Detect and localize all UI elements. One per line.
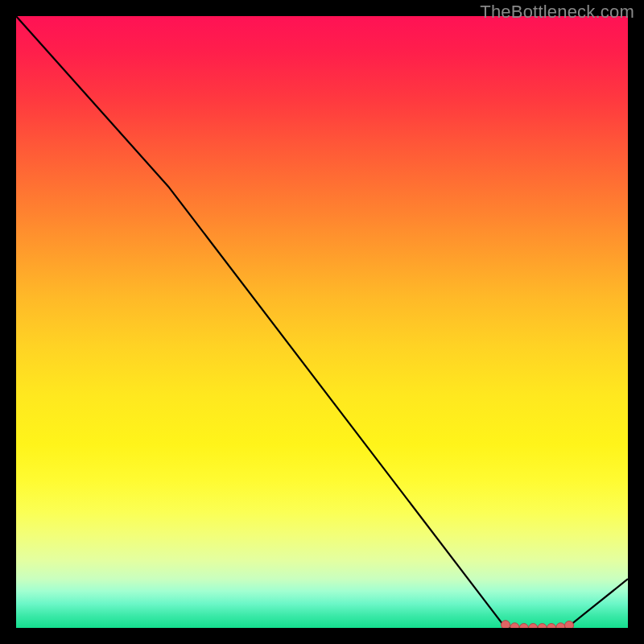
marker-point	[565, 621, 574, 628]
marker-point	[556, 623, 565, 628]
marker-point	[529, 624, 538, 629]
plot-area	[16, 16, 628, 628]
marker-point	[502, 621, 510, 628]
marker-series	[502, 621, 574, 628]
marker-point	[538, 624, 547, 629]
watermark-text: TheBottleneck.com	[480, 2, 634, 23]
chart-line	[16, 16, 628, 628]
marker-point	[510, 623, 519, 628]
marker-point	[519, 624, 528, 629]
chart-frame: TheBottleneck.com	[0, 0, 644, 644]
chart-svg	[16, 16, 628, 628]
marker-point	[547, 624, 556, 629]
line-series	[16, 16, 628, 628]
